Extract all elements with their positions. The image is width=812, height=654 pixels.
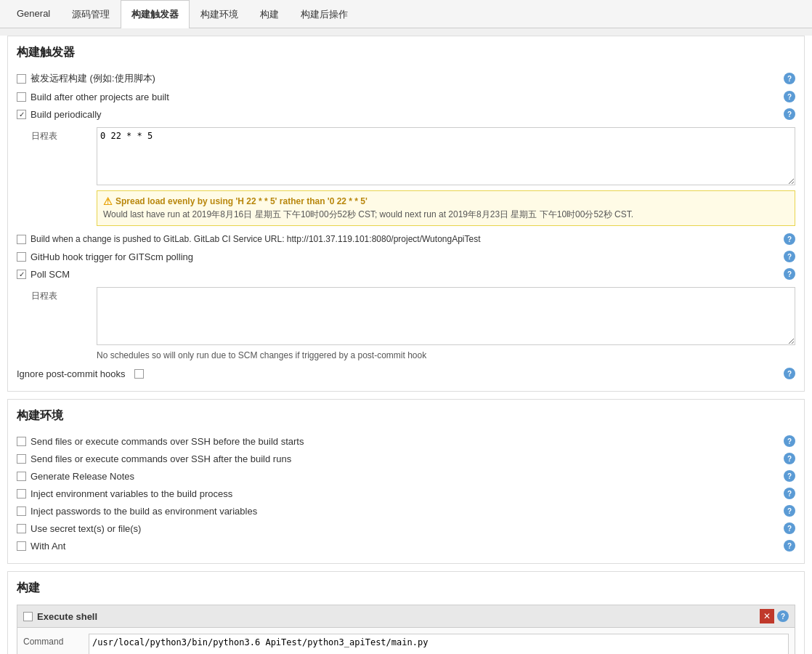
env-ssh-after-help[interactable]: ? (784, 453, 795, 464)
env-option-ssh-after: Send files or execute commands over SSH … (17, 450, 795, 467)
schedule-textarea[interactable]: 0 22 * * 5 (97, 127, 795, 185)
warn-icon: ⚠ (103, 195, 113, 207)
execute-body: Command /usr/local/python3/bin/python3.6… (17, 628, 795, 654)
env-ant-help[interactable]: ? (784, 540, 795, 552)
env-inject-env-help[interactable]: ? (784, 488, 795, 499)
env-option-secret: Use secret text(s) or file(s) ? (17, 520, 795, 537)
main-content: 构建触发器 被发远程构建 (例如:使用脚本) ? Build after oth… (0, 36, 812, 654)
execute-header: Execute shell ✕ ? (17, 605, 795, 628)
env-option-ssh-before: Send files or execute commands over SSH … (17, 432, 795, 450)
cmd-label: Command (23, 634, 81, 647)
trigger-gitlab-label: Build when a change is pushed to GitLab.… (31, 234, 481, 244)
execute-help[interactable]: ? (777, 610, 789, 622)
trigger-gitlab-checkbox[interactable] (17, 235, 26, 244)
schedule-row: 日程表 0 22 * * 5 ⚠ Spread load evenly by u… (31, 127, 795, 226)
env-option-inject-pwd: Inject passwords to the build as environ… (17, 502, 795, 520)
ignore-row: Ignore post-commit hooks ? (17, 365, 795, 382)
trigger-after-help[interactable]: ? (784, 91, 795, 102)
build-title: 构建 (17, 581, 795, 596)
trigger-after-label: Build after other projects are built (31, 92, 169, 102)
tab-trigger[interactable]: 构建触发器 (121, 0, 190, 28)
ignore-label: Ignore post-commit hooks (17, 368, 126, 379)
trigger-periodically-label: Build periodically (31, 109, 102, 120)
env-inject-pwd-label: Inject passwords to the build as environ… (31, 506, 257, 517)
execute-title: Execute shell (37, 611, 97, 622)
cmd-row: Command /usr/local/python3/bin/python3.6… (23, 634, 789, 654)
env-ssh-before-label: Send files or execute commands over SSH … (31, 436, 304, 447)
env-inject-env-checkbox[interactable] (17, 489, 26, 498)
env-secret-label: Use secret text(s) or file(s) (31, 523, 141, 534)
trigger-remote-checkbox[interactable] (17, 74, 26, 84)
trigger-github-checkbox[interactable] (17, 252, 26, 262)
env-secret-help[interactable]: ? (784, 522, 795, 534)
no-schedule-note: No schedules so will only run due to SCM… (97, 350, 795, 360)
trigger-periodically-checkbox[interactable] (17, 110, 26, 119)
tab-general[interactable]: General (6, 0, 61, 28)
execute-checkbox[interactable] (23, 612, 33, 621)
poll-schedule-row: 日程表 No schedules so will only run due to… (31, 287, 795, 360)
ignore-checkbox[interactable] (134, 369, 144, 379)
warn-box: ⚠ Spread load evenly by using 'H 22 * * … (97, 190, 795, 226)
trigger-poll-help[interactable]: ? (784, 268, 795, 280)
ignore-help[interactable]: ? (784, 368, 795, 379)
env-ssh-after-checkbox[interactable] (17, 454, 26, 464)
env-inject-env-label: Inject environment variables to the buil… (31, 488, 232, 499)
trigger-option-gitlab: Build when a change is pushed to GitLab.… (17, 230, 795, 248)
trigger-periodically-help[interactable]: ? (784, 108, 795, 120)
trigger-poll-checkbox[interactable] (17, 270, 26, 279)
env-ant-checkbox[interactable] (17, 541, 26, 551)
trigger-option-poll: Poll SCM ? (17, 265, 795, 283)
trigger-remote-label: 被发远程构建 (例如:使用脚本) (31, 72, 155, 85)
tab-source[interactable]: 源码管理 (61, 0, 121, 28)
env-ssh-after-label: Send files or execute commands over SSH … (31, 453, 291, 464)
schedule-label: 日程表 (31, 127, 89, 142)
execute-box: Execute shell ✕ ? Command /usr/local/pyt… (17, 605, 795, 654)
env-title: 构建环境 (17, 408, 795, 424)
trigger-poll-label: Poll SCM (31, 269, 70, 280)
run-text: Would last have run at 2019年8月16日 星期五 下午… (103, 209, 789, 221)
trigger-title: 构建触发器 (17, 45, 795, 60)
env-release-notes-help[interactable]: ? (784, 470, 795, 482)
env-ssh-before-checkbox[interactable] (17, 437, 26, 446)
poll-schedule-textarea[interactable] (97, 287, 795, 345)
env-option-inject-env: Inject environment variables to the buil… (17, 485, 795, 502)
trigger-gitlab-help[interactable]: ? (784, 233, 795, 245)
warn-text: Spread load evenly by using 'H 22 * * 5'… (115, 196, 368, 206)
schedule-subsection: 日程表 0 22 * * 5 ⚠ Spread load evenly by u… (31, 127, 795, 226)
trigger-option-remote: 被发远程构建 (例如:使用脚本) ? (17, 69, 795, 88)
trigger-option-github: GitHub hook trigger for GITScm polling ? (17, 248, 795, 265)
tab-env[interactable]: 构建环境 (190, 0, 249, 28)
tab-build[interactable]: 构建 (249, 0, 290, 28)
warn-title: ⚠ Spread load evenly by using 'H 22 * * … (103, 195, 789, 207)
env-release-notes-checkbox[interactable] (17, 472, 26, 481)
schedule-input-wrap: 0 22 * * 5 ⚠ Spread load evenly by using… (97, 127, 795, 226)
poll-schedule-label: 日程表 (31, 287, 89, 302)
env-option-ant: With Ant ? (17, 537, 795, 554)
tab-post[interactable]: 构建后操作 (290, 0, 359, 28)
trigger-remote-help[interactable]: ? (784, 73, 795, 84)
trigger-github-label: GitHub hook trigger for GITScm polling (31, 251, 193, 262)
tabs-bar: General 源码管理 构建触发器 构建环境 构建 构建后操作 (0, 0, 812, 28)
trigger-section: 构建触发器 被发远程构建 (例如:使用脚本) ? Build after oth… (7, 36, 805, 392)
env-secret-checkbox[interactable] (17, 524, 26, 533)
build-section: 构建 Execute shell ✕ ? Command /usr/local/… (7, 571, 805, 654)
trigger-github-help[interactable]: ? (784, 251, 795, 262)
trigger-option-after: Build after other projects are built ? (17, 88, 795, 105)
env-option-release-notes: Generate Release Notes ? (17, 467, 795, 485)
env-inject-pwd-help[interactable]: ? (784, 505, 795, 517)
execute-header-left: Execute shell (23, 611, 97, 622)
execute-close-button[interactable]: ✕ (760, 609, 774, 623)
cmd-textarea[interactable]: /usr/local/python3/bin/python3.6 ApiTest… (89, 634, 789, 654)
env-section: 构建环境 Send files or execute commands over… (7, 399, 805, 564)
env-ssh-before-help[interactable]: ? (784, 435, 795, 447)
trigger-option-periodically: Build periodically ? (17, 105, 795, 123)
env-release-notes-label: Generate Release Notes (31, 471, 134, 482)
poll-schedule-subsection: 日程表 No schedules so will only run due to… (31, 287, 795, 360)
trigger-after-checkbox[interactable] (17, 92, 26, 102)
env-inject-pwd-checkbox[interactable] (17, 506, 26, 516)
env-ant-label: With Ant (31, 541, 65, 552)
poll-schedule-input-wrap: No schedules so will only run due to SCM… (97, 287, 795, 360)
